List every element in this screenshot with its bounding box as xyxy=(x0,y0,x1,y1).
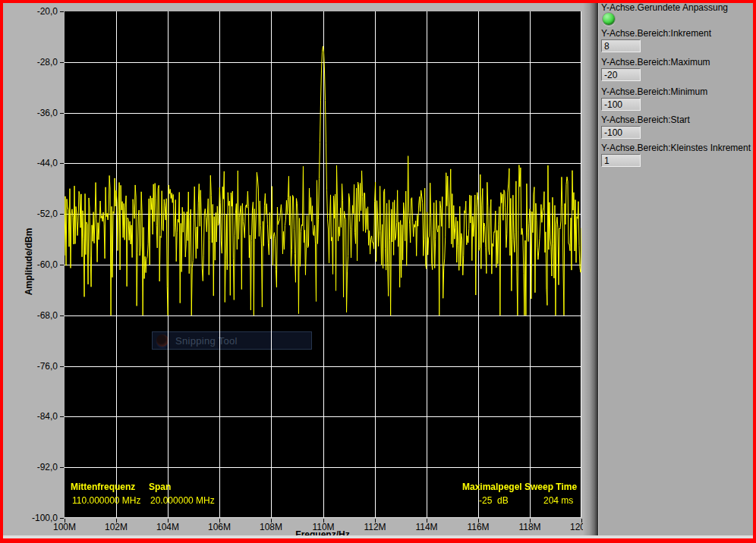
y-tick-mark xyxy=(60,416,64,417)
minimum-label: Y-Achse.Bereich:Minimum xyxy=(601,86,707,97)
x-tick-label: 116M xyxy=(461,522,495,532)
y-tick-label: -92,0 xyxy=(14,462,58,472)
sweep-time-label: Sweep Time xyxy=(524,482,577,492)
max-level-value: -25 dB xyxy=(479,495,509,506)
y-tick-mark xyxy=(60,62,64,63)
minimum-input[interactable] xyxy=(601,98,641,111)
x-tick-label: 108M xyxy=(254,522,288,532)
x-tick-label: 102M xyxy=(99,522,133,532)
x-tick-label: 114M xyxy=(410,522,443,532)
start-input[interactable] xyxy=(601,126,641,139)
y-tick-label: -28,0 xyxy=(14,57,58,67)
control-panel: Y-Achse.Gerundete Anpassung Y-Achse.Bere… xyxy=(598,2,753,538)
y-tick-label: -44,0 xyxy=(14,158,58,168)
rounded-fit-led-indicator[interactable] xyxy=(602,12,616,26)
pane-splitter[interactable] xyxy=(583,2,598,538)
y-tick-label: -52,0 xyxy=(14,209,58,219)
y-tick-label: -84,0 xyxy=(14,411,58,422)
spectrum-trace-canvas xyxy=(65,11,581,518)
y-tick-mark xyxy=(60,366,64,367)
y-tick-mark xyxy=(60,315,64,316)
y-tick-mark xyxy=(60,467,64,468)
smallest-increment-label: Y-Achse.Bereich:Kleinstes Inkrement xyxy=(601,143,751,153)
y-tick-label: -68,0 xyxy=(14,310,58,321)
center-frequency-label: Mittenfrequenz xyxy=(71,482,135,492)
maximum-label: Y-Achse.Bereich:Maximum xyxy=(601,57,710,67)
y-tick-label: -60,0 xyxy=(14,259,58,270)
spectrum-plot: Snipping Tool Mittenfrequenz 110.000000 … xyxy=(65,11,581,518)
smallest-increment-input[interactable] xyxy=(601,154,641,167)
sweep-time-value: 204 ms xyxy=(543,495,573,506)
y-tick-mark xyxy=(60,214,64,215)
span-value: 20.000000 MHz xyxy=(150,495,215,506)
center-frequency-value: 110.000000 MHz xyxy=(72,495,141,506)
y-tick-label: -100,0 xyxy=(14,513,58,523)
x-tick-label: 100M xyxy=(48,522,81,532)
x-tick-label: 106M xyxy=(203,522,236,532)
y-tick-mark xyxy=(60,265,64,265)
y-tick-label: -20,0 xyxy=(14,6,58,17)
maximum-input[interactable] xyxy=(601,68,641,81)
max-level-label: Maximalpegel xyxy=(462,482,522,492)
x-tick-label: 112M xyxy=(358,522,392,532)
spectrum-analyzer-window: Amplitude/dBm Snipping Tool Mittenfreque… xyxy=(0,0,756,543)
led-label: Y-Achse.Gerundete Anpassung xyxy=(601,2,728,13)
increment-input[interactable] xyxy=(601,39,641,52)
window-bottom-edge xyxy=(3,535,753,539)
y-tick-label: -76,0 xyxy=(14,361,58,372)
y-tick-label: -36,0 xyxy=(14,108,58,118)
start-label: Y-Achse.Bereich:Start xyxy=(601,115,690,125)
y-tick-mark xyxy=(60,518,64,519)
x-tick-label: 104M xyxy=(151,522,184,532)
span-label: Span xyxy=(149,482,171,492)
y-tick-mark xyxy=(60,163,64,164)
x-tick-label: 118M xyxy=(513,522,547,532)
y-tick-mark xyxy=(60,113,64,114)
increment-label: Y-Achse.Bereich:Inkrement xyxy=(601,28,711,39)
y-tick-mark xyxy=(60,11,64,12)
